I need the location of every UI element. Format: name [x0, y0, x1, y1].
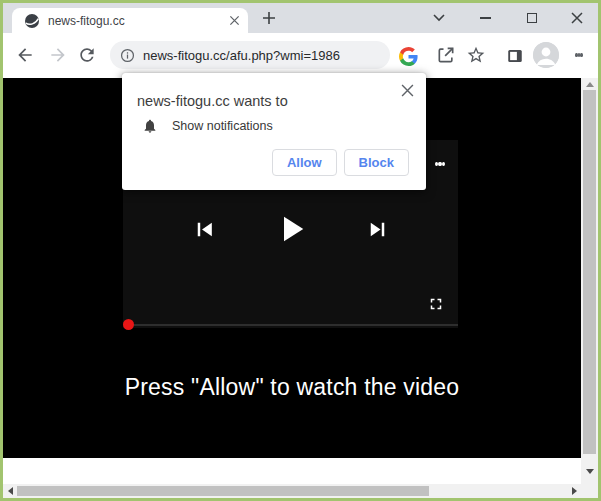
close-icon[interactable]	[565, 6, 589, 30]
profile-avatar-icon[interactable]	[533, 42, 559, 68]
side-panel-icon[interactable]	[505, 46, 525, 66]
permission-label: Show notifications	[172, 119, 273, 133]
skip-previous-icon[interactable]	[191, 216, 218, 243]
tab-close-icon[interactable]	[229, 15, 240, 26]
google-g-icon[interactable]	[398, 46, 418, 66]
player-menu-dots-icon[interactable]	[435, 151, 445, 177]
vertical-scrollbar-thumb[interactable]	[583, 90, 596, 454]
dialog-origin-text: news-fitogu.cc wants to	[137, 93, 288, 109]
scrollbar-corner	[581, 484, 598, 498]
horizontal-scrollbar[interactable]	[3, 484, 581, 498]
chevron-down-icon[interactable]	[427, 6, 451, 30]
bell-icon	[142, 118, 158, 134]
skip-next-icon[interactable]	[364, 216, 391, 243]
progress-handle[interactable]	[123, 319, 134, 330]
reload-icon[interactable]	[77, 45, 97, 65]
globe-icon	[24, 13, 40, 29]
vertical-scrollbar[interactable]	[581, 78, 598, 484]
address-bar[interactable]: news-fitogu.cc/afu.php?wmi=1986	[110, 41, 390, 69]
arrow-down-icon[interactable]	[586, 469, 594, 474]
play-icon[interactable]	[270, 208, 312, 250]
page-bottom-gap	[3, 458, 581, 484]
dialog-close-icon[interactable]	[399, 82, 415, 98]
back-arrow-icon[interactable]	[15, 45, 35, 65]
block-button[interactable]: Block	[344, 149, 409, 176]
maximize-icon[interactable]	[520, 6, 544, 30]
forward-arrow-icon[interactable]	[48, 45, 68, 65]
permission-row: Show notifications	[142, 118, 273, 134]
active-tab[interactable]: news-fitogu.cc	[12, 8, 248, 33]
tab-strip: news-fitogu.cc	[3, 3, 598, 33]
tab-title: news-fitogu.cc	[48, 14, 221, 28]
menu-dots-icon[interactable]	[575, 46, 583, 64]
horizontal-scrollbar-thumb[interactable]	[17, 486, 429, 496]
arrow-right-icon[interactable]	[572, 487, 577, 495]
minimize-icon[interactable]	[473, 6, 497, 30]
url-text: news-fitogu.cc/afu.php?wmi=1986	[143, 48, 380, 63]
progress-track[interactable]	[128, 324, 458, 326]
fullscreen-icon[interactable]	[427, 295, 445, 313]
player-controls	[123, 208, 458, 250]
bookmark-star-icon[interactable]	[466, 45, 486, 65]
arrow-left-icon[interactable]	[8, 487, 13, 495]
allow-button[interactable]: Allow	[272, 149, 337, 176]
page-headline: Press "Allow" to watch the video	[3, 374, 581, 401]
dialog-buttons: Allow Block	[272, 149, 409, 176]
share-icon[interactable]	[436, 45, 456, 65]
browser-window: news-fitogu.cc n	[0, 0, 601, 501]
page-info-icon[interactable]	[120, 48, 135, 63]
toolbar: news-fitogu.cc/afu.php?wmi=1986	[3, 33, 598, 78]
notification-permission-dialog: news-fitogu.cc wants to Show notificatio…	[122, 73, 426, 190]
new-tab-button[interactable]	[257, 6, 281, 30]
arrow-up-icon[interactable]	[586, 82, 594, 87]
